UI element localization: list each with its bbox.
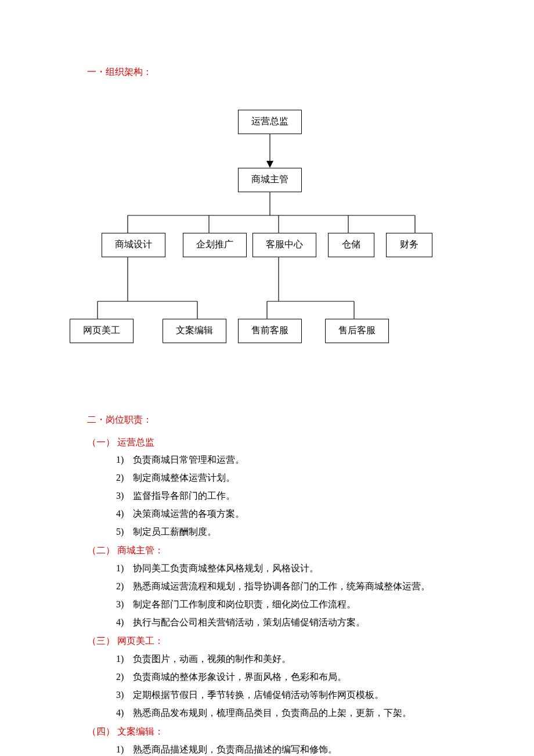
list-item: 4) 决策商城运营的各项方案。 <box>116 506 470 523</box>
list-item: 3) 制定各部门工作制度和岗位职责，细化岗位工作流程。 <box>116 596 470 613</box>
node-row3r-1-label: 售后客服 <box>338 322 376 339</box>
node-row2-3: 仓储 <box>328 233 374 257</box>
node-row3l-1-label: 文案编辑 <box>176 322 213 339</box>
role-items: 1) 熟悉商品描述规则，负责商品描述的编写和修饰。 2) 负责促销活动文案的构思… <box>87 741 470 756</box>
node-row3l-0-label: 网页美工 <box>83 322 120 339</box>
svg-marker-1 <box>266 161 273 168</box>
node-row2-0-label: 商城设计 <box>115 236 152 253</box>
node-mid: 商城主管 <box>238 168 302 192</box>
node-row3r-1: 售后客服 <box>325 319 389 343</box>
role-items: 1) 负责商城日常管理和运营。 2) 制定商城整体运营计划。 3) 监督指导各部… <box>87 452 470 540</box>
node-row2-2: 客服中心 <box>252 233 316 257</box>
list-item: 5) 制定员工薪酬制度。 <box>116 524 470 541</box>
list-item: 1) 负责图片，动画，视频的制作和美好。 <box>116 651 470 668</box>
node-top-label: 运营总监 <box>251 113 288 130</box>
role-items: 1) 负责图片，动画，视频的制作和美好。 2) 负责商城的整体形象设计，界面风格… <box>87 651 470 721</box>
list-item: 1) 熟悉商品描述规则，负责商品描述的编写和修饰。 <box>116 741 470 756</box>
role-items: 1) 协同美工负责商城整体风格规划，风格设计。 2) 熟悉商城运营流程和规划，指… <box>87 560 470 631</box>
role-block-0: （一） 运营总监 1) 负责商城日常管理和运营。 2) 制定商城整体运营计划。 … <box>87 434 470 541</box>
list-item: 3) 定期根据节假日，季节转换，店铺促销活动等制作网页模板。 <box>116 687 470 704</box>
node-row3r-0: 售前客服 <box>238 319 302 343</box>
role-block-3: （四） 文案编辑： 1) 熟悉商品描述规则，负责商品描述的编写和修饰。 2) 负… <box>87 723 470 756</box>
list-item: 2) 负责商城的整体形象设计，界面风格，色彩和布局。 <box>116 669 470 686</box>
list-item: 4) 熟悉商品发布规则，梳理商品类目，负责商品的上架，更新，下架。 <box>116 705 470 722</box>
node-row3r-0-label: 售前客服 <box>251 322 288 339</box>
list-item: 2) 熟悉商城运营流程和规划，指导协调各部门的工作，统筹商城整体运营。 <box>116 578 470 595</box>
node-top: 运营总监 <box>238 110 302 134</box>
role-block-2: （三） 网页美工： 1) 负责图片，动画，视频的制作和美好。 2) 负责商城的整… <box>87 633 470 721</box>
node-row2-0: 商城设计 <box>102 233 165 257</box>
node-row2-1: 企划推广 <box>183 233 247 257</box>
document-page: 一・组织架构： 运营总监 商城主 <box>0 0 534 756</box>
node-row2-2-label: 客服中心 <box>266 236 303 253</box>
role-head: （一） 运营总监 <box>87 434 470 451</box>
node-mid-label: 商城主管 <box>251 171 288 188</box>
list-item: 1) 负责商城日常管理和运营。 <box>116 452 470 469</box>
list-item: 1) 协同美工负责商城整体风格规划，风格设计。 <box>116 560 470 577</box>
node-row2-4-label: 财务 <box>400 236 418 253</box>
node-row3l-0: 网页美工 <box>70 319 134 343</box>
node-row2-4: 财务 <box>386 233 432 257</box>
node-row3l-1: 文案编辑 <box>163 319 226 343</box>
org-chart: 运营总监 商城主管 商城设计 企划推广 客服中心 仓储 财务 网页美工 文案编辑… <box>93 87 499 354</box>
list-item: 4) 执行与配合公司相关营销活动，策划店铺促销活动方案。 <box>116 614 470 631</box>
role-head: （三） 网页美工： <box>87 633 470 650</box>
role-block-1: （二） 商城主管： 1) 协同美工负责商城整体风格规划，风格设计。 2) 熟悉商… <box>87 542 470 631</box>
list-item: 2) 制定商城整体运营计划。 <box>116 470 470 487</box>
list-item: 3) 监督指导各部门的工作。 <box>116 488 470 505</box>
node-row2-3-label: 仓储 <box>342 236 360 253</box>
node-row2-1-label: 企划推广 <box>196 236 233 253</box>
section2-title: 二・岗位职责： <box>87 412 470 429</box>
section1-title: 一・组织架构： <box>87 64 470 81</box>
role-head: （四） 文案编辑： <box>87 723 470 740</box>
role-head: （二） 商城主管： <box>87 542 470 559</box>
